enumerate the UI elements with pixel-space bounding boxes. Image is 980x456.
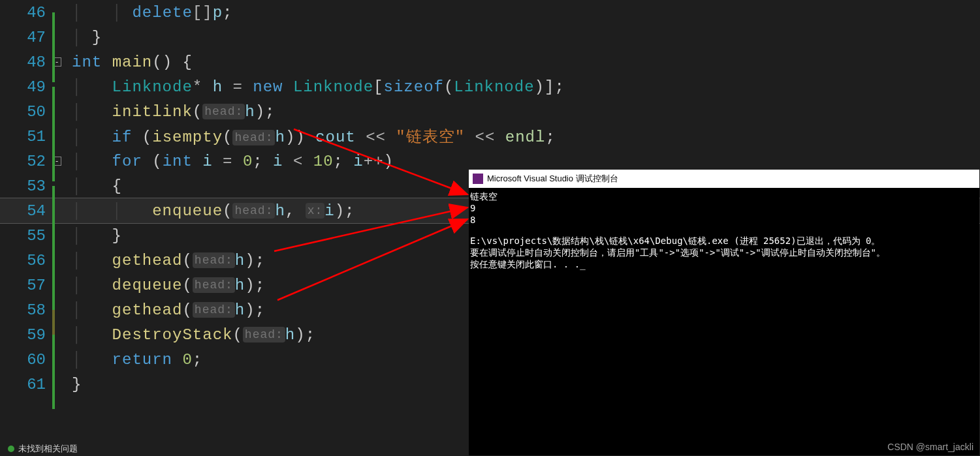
console-line: 9 [470,202,978,214]
console-line: E:\vs\projects\数据结构\栈\链栈\x64\Debug\链栈.ex… [470,235,978,247]
console-line: 要在调试停止时自动关闭控制台，请启用"工具"->"选项"->"调试"->"调试停… [470,247,978,258]
code-line[interactable]: │ │ delete[]p; [72,4,980,22]
code-line[interactable]: │ } [72,29,980,46]
code-line[interactable]: │ for (int i = 0; i < 10; i++) [72,153,980,170]
line-number: 56 [0,252,52,269]
console-titlebar[interactable]: Microsoft Visual Studio 调试控制台 [469,170,979,188]
console-line: 链表空 [470,190,978,202]
debug-console-window[interactable]: Microsoft Visual Studio 调试控制台 链表空 9 8 E:… [469,170,979,455]
console-line: 8 [470,214,978,226]
vs-icon [473,174,483,184]
line-number: 60 [0,351,52,369]
line-number: 48 [0,53,52,71]
status-text: 未找到相关问题 [18,443,78,455]
code-line[interactable]: │ initlink(head:h); [72,103,980,121]
line-number: 47 [0,29,52,46]
code-line[interactable]: │ if (isempty(head:h)) cout << "链表空" << … [72,126,980,147]
line-number: 53 [0,177,52,195]
status-dot-icon [8,446,14,452]
line-number: 46 [0,4,52,22]
watermark: CSDN @smart_jackli [887,442,973,452]
status-bar: 未找到相关问题 [8,443,78,455]
code-line[interactable]: │ Linknode* h = new Linknode[sizeof(Link… [72,78,980,96]
console-title: Microsoft Visual Studio 调试控制台 [487,170,618,188]
line-number: 59 [0,326,52,344]
line-number: 58 [0,301,52,319]
console-line: 按任意键关闭此窗口. . ._ [470,258,978,270]
line-number: 54 [0,202,52,220]
code-line[interactable]: int main() { [72,53,980,71]
console-output[interactable]: 链表空 9 8 E:\vs\projects\数据结构\栈\链栈\x64\Deb… [469,188,979,273]
line-number: 50 [0,103,52,121]
line-number: 52 [0,153,52,170]
line-number: 61 [0,376,52,393]
line-number: 57 [0,277,52,294]
line-number: 49 [0,78,52,96]
line-number: 55 [0,227,52,245]
line-number: 51 [0,128,52,145]
